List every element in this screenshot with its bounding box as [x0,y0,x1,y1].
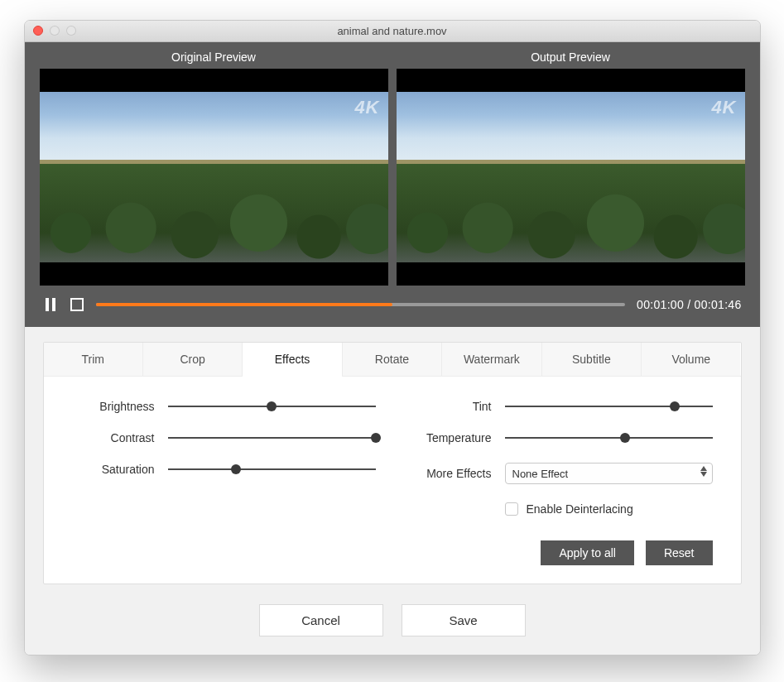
contrast-label: Contrast [72,431,155,444]
svg-rect-1 [52,298,55,311]
cancel-button[interactable]: Cancel [259,604,383,636]
tint-slider[interactable] [505,400,713,413]
saturation-label: Saturation [72,463,155,476]
svg-rect-0 [46,298,49,311]
resolution-badge: 4K [354,97,379,118]
tab-volume[interactable]: Volume [642,343,740,376]
deinterlace-checkbox[interactable] [505,502,518,516]
deinterlace-label: Enable Deinterlacing [527,502,633,516]
playback-bar: 00:01:00 / 00:01:46 [40,286,745,317]
current-time: 00:01:00 [637,298,684,311]
stop-button[interactable] [70,297,84,312]
preview-area: Original Preview Output Preview 4K 4K [25,42,760,327]
apply-to-all-button[interactable]: Apply to all [541,540,633,565]
brightness-row: Brightness [72,400,376,413]
output-preview-label: Output Preview [397,50,745,64]
tab-trim[interactable]: Trim [44,343,143,376]
contrast-row: Contrast [72,431,376,444]
maximize-window-button[interactable] [66,26,76,36]
original-preview[interactable]: 4K [40,69,388,286]
more-effects-label: More Effects [409,467,492,480]
temperature-row: Temperature [409,431,713,444]
reset-button[interactable]: Reset [646,540,713,565]
tab-panel: TrimCropEffectsRotateWatermarkSubtitleVo… [43,342,742,584]
saturation-slider[interactable] [168,463,376,476]
contrast-slider[interactable] [168,431,376,444]
tab-effects[interactable]: Effects [243,343,342,376]
brightness-label: Brightness [72,400,155,413]
window-title: animal and nature.mov [337,25,446,37]
tint-row: Tint [409,400,713,413]
timecode: 00:01:00 / 00:01:46 [637,298,741,311]
tab-rotate[interactable]: Rotate [343,343,442,376]
temperature-slider[interactable] [505,431,713,444]
original-preview-label: Original Preview [40,50,388,64]
tab-bar: TrimCropEffectsRotateWatermarkSubtitleVo… [44,343,741,377]
editor-window: animal and nature.mov Original Preview O… [24,20,761,656]
svg-rect-2 [71,299,83,310]
tab-crop[interactable]: Crop [143,343,243,376]
progress-track[interactable] [96,303,626,306]
more-effects-value: None Effect [512,468,569,480]
video-thumbnail [397,92,745,262]
pause-button[interactable] [43,297,58,312]
output-preview[interactable]: 4K [397,69,745,286]
save-button[interactable]: Save [402,604,526,636]
effects-tab-content: Brightness Contrast Satura [44,377,741,584]
select-arrows-icon [700,466,708,477]
tab-watermark[interactable]: Watermark [442,343,541,376]
minimize-window-button[interactable] [50,26,60,36]
saturation-row: Saturation [72,463,376,476]
resolution-badge: 4K [711,97,736,118]
tint-label: Tint [409,400,492,413]
tab-subtitle[interactable]: Subtitle [542,343,642,376]
more-effects-row: More Effects None Effect [409,463,713,484]
video-thumbnail [40,92,388,262]
total-duration: 00:01:46 [695,298,742,311]
more-effects-select[interactable]: None Effect [505,463,713,484]
window-controls [33,26,76,36]
progress-fill [96,303,392,306]
deinterlace-row: Enable Deinterlacing [505,502,713,516]
close-window-button[interactable] [33,26,43,36]
settings-panel: TrimCropEffectsRotateWatermarkSubtitleVo… [25,327,760,655]
titlebar: animal and nature.mov [25,21,760,42]
temperature-label: Temperature [409,431,492,444]
brightness-slider[interactable] [168,400,376,413]
